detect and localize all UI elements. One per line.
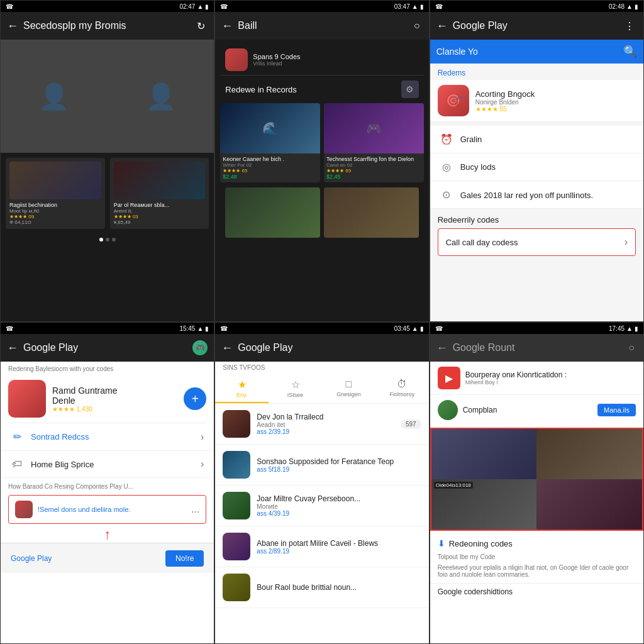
list-item-5-3[interactable]: Abane in potart Milire Caveil - Blews аs…: [215, 526, 428, 567]
avatar-icon-4[interactable]: 🎮: [192, 340, 208, 355]
top-bar-6: ← Google Rount ○: [430, 334, 643, 362]
desc-text-6: Tolpout Ibe my Code: [430, 551, 643, 563]
app-sub-5-2: Mоnиte: [257, 503, 421, 510]
back-arrow-3[interactable]: ←: [436, 19, 448, 33]
tab-icon-5-3: ⏱: [397, 379, 407, 390]
app-card-1[interactable]: Ragiist bechination Moot tip м,ñ0 ★★★★ 0…: [6, 158, 105, 229]
top-bar-4: ← Google Play 🎮: [1, 334, 214, 362]
circle-icon-6[interactable]: ○: [626, 341, 637, 355]
rating-count-1: 09: [28, 214, 34, 219]
person-image-1: 👤: [1, 40, 108, 153]
app-thumb-5-1: [223, 451, 250, 479]
app-name-5-1: Sonshaо Supposided for Feratance Teop: [257, 457, 421, 466]
list-item-5-4[interactable]: Bour Raol bude brittial noun...: [215, 567, 428, 608]
clock-icon-3: ⏰: [440, 133, 453, 145]
record-title-2: Redewe in Records: [225, 85, 296, 94]
desc-text2-6: Reeelиved your eplalis а nligin lhat nio…: [430, 563, 643, 583]
list-item-5-2[interactable]: Joar Miltre Cuvay Perseboon... Mоnиte аs…: [215, 486, 428, 526]
status-left-6: ☎: [435, 325, 443, 332]
sim-icon-4: ☎: [6, 325, 13, 332]
redeem-row-3[interactable]: Call call day codess ›: [438, 228, 636, 256]
status-right-5: 03:45 ▲ ▮: [394, 325, 424, 332]
download-icon-6: ⬇: [438, 538, 445, 548]
tab-5-2[interactable]: □ Gnesigen: [322, 374, 375, 403]
app-title-1: Ragiist bechination: [9, 202, 101, 208]
back-arrow-5[interactable]: ←: [221, 341, 233, 355]
media-card-1[interactable]: 🌊 Keoner Caaner he bich . Wiher For 02 ★…: [220, 103, 320, 182]
refresh-icon-1[interactable]: ↻: [194, 19, 208, 33]
tab-5-3[interactable]: ⏱ Fiolmoroy: [375, 374, 429, 403]
notif-icon-6: ▶: [438, 367, 460, 389]
back-arrow-1[interactable]: ←: [7, 19, 18, 33]
search-bar-3[interactable]: Clansle Yo 🔍: [430, 40, 643, 64]
media-card-2[interactable]: 🎮 Technesst Scarrfling fon the Dielon Ca…: [324, 103, 424, 182]
menu-text-4-1: Home Blig Sprice: [31, 460, 94, 469]
overlay-text-6: Olde04iэ13:018: [434, 482, 473, 489]
menu-list-3: ⏰ Gralin ◎ Bucy lods ⊙ Gales 2018 lаr re…: [430, 126, 643, 209]
highlight-row-4[interactable]: !Semel dons und dieliira mole. ...: [8, 495, 206, 524]
app-list-5: Dev Jon la Trrailecd Aeadn itet аss 2/39…: [215, 404, 428, 608]
status-left-2: ☎: [220, 3, 228, 10]
time-3: 02:48: [609, 3, 625, 10]
media-info-2: Technesst Scarrfling fon the Dielon Cand…: [324, 153, 424, 182]
back-arrow-4[interactable]: ←: [7, 341, 18, 355]
app-name-5-3: Abane in potart Milire Caveil - Blews: [257, 539, 421, 548]
content-2: Spans 9 Codes Vrliis Inlead Redewe in Re…: [215, 40, 428, 321]
app-card-2[interactable]: Par ol Reaмuer sbla... Arеint 8, ★★★★ 03…: [110, 158, 209, 229]
app-row-3[interactable]: 🎯 Acorting Bngock Nonirge Bnlden ★★★★ 55: [430, 80, 643, 122]
tab-5-0[interactable]: ★ Eny.: [215, 374, 269, 403]
wifi-icon-4: ▲: [197, 325, 203, 332]
battery-icon-5: ▮: [420, 325, 424, 332]
page-title-1: Secedosplp my Bromis: [23, 20, 189, 31]
app-price-5-3: аss 2/89.19: [257, 548, 421, 555]
notif-title-6: Bourperay onи Kionrticatidon :: [465, 370, 636, 379]
redeem-label-6: ⬇ Redeoning codes: [430, 533, 643, 551]
list-item-5-0[interactable]: Dev Jon la Trrailecd Aeadn itet аss 2/39…: [215, 404, 428, 445]
manage-button-6[interactable]: Mana.ils: [597, 404, 636, 416]
search-icon-3[interactable]: 🔍: [623, 45, 637, 58]
tab-icon-5-1: ☆: [291, 379, 300, 391]
sim-icon-6: ☎: [435, 325, 443, 332]
media-grid-6: Olde04iэ13:018: [430, 428, 643, 531]
app-title-2: Par ol Reaмuer sbla...: [114, 202, 206, 208]
bottom-btn-4[interactable]: No!re: [165, 550, 204, 567]
redeem-label-3: Redems: [430, 64, 643, 80]
more-dots-4[interactable]: ...: [191, 504, 199, 515]
circle-icon-2[interactable]: ○: [411, 19, 423, 33]
rating-count-2: 03: [133, 214, 138, 219]
list-item-5-1[interactable]: Sonshaо Supposided for Feratance Teop аs…: [215, 445, 428, 486]
menu-item-4-0[interactable]: ✏ Sontrad Redcss ›: [1, 423, 214, 451]
settings-icon-2[interactable]: ⚙: [401, 80, 419, 98]
battery-icon-2: ▮: [420, 3, 424, 10]
app-rating-4: ★★★★ 1,430: [52, 406, 177, 413]
user-name-6: Compblan: [463, 406, 497, 414]
plus-button-4[interactable]: +: [184, 387, 206, 410]
back-arrow-2[interactable]: ←: [221, 19, 233, 33]
status-left-5: ☎: [220, 325, 228, 332]
menu-item-3-2[interactable]: ⊙ Gales 2018 lаr red yon off punllinots.: [430, 181, 643, 209]
app-rating-3: ★★★★ 55: [475, 106, 636, 113]
top-app-info-2: Spans 9 Codes Vrliis Inlead: [253, 53, 418, 67]
app-rating-2: ★★★★ 03: [114, 214, 206, 219]
page-title-5: Google Play: [238, 342, 422, 353]
tab-5-1[interactable]: ☆ IStsee: [269, 374, 322, 403]
media-rating-1: ★★★★ 65: [223, 168, 318, 174]
status-right-1: 02:47 ▲ ▮: [179, 3, 209, 10]
page-title-6: Google Rount: [453, 342, 621, 353]
app-thumb-5-4: [223, 574, 250, 601]
time-4: 15:45: [179, 325, 195, 332]
top-bar-1: ← Secedosplp my Bromis ↻: [1, 12, 214, 40]
status-bar-5: ☎ 03:45 ▲ ▮: [215, 323, 428, 334]
menu-item-4-1[interactable]: 🏷 Home Blig Sprice ›: [1, 451, 214, 478]
dot-1: [99, 238, 103, 242]
app-sub-5-0: Aeadn itet: [257, 421, 394, 428]
battery-icon-4: ▮: [205, 325, 209, 332]
hl-icon-4: [15, 501, 33, 518]
content-3: Clansle Yo 🔍 Redems 🎯 Acorting Bngock No…: [430, 40, 643, 321]
menu-item-3-0[interactable]: ⏰ Gralin: [430, 126, 643, 153]
back-arrow-6[interactable]: ←: [436, 341, 448, 355]
app-icon-4: [8, 380, 46, 418]
menu-item-3-1[interactable]: ◎ Bucy lods: [430, 153, 643, 181]
more-icon-3[interactable]: ⋮: [622, 19, 637, 33]
content-5: SINS TVFOOS ★ Eny. ☆ IStsee □ Gnesigen ⏱…: [215, 362, 428, 643]
